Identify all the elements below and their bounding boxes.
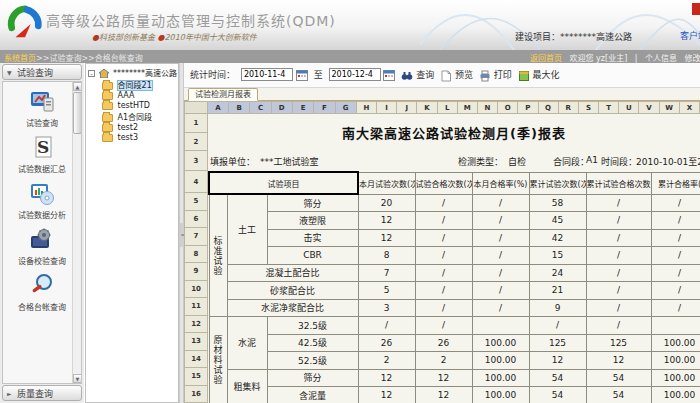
- cell[interactable]: 24: [529, 264, 586, 282]
- cell[interactable]: /: [651, 299, 700, 317]
- column-letter[interactable]: I: [377, 101, 397, 114]
- breadcrumb-home-link[interactable]: 系统首页: [4, 54, 36, 63]
- tree-item[interactable]: test3: [86, 132, 178, 142]
- item-cell[interactable]: 32.5级: [267, 317, 358, 335]
- column-letter[interactable]: P: [518, 101, 538, 114]
- row-number[interactable]: 4: [184, 171, 208, 193]
- item-cell[interactable]: 42.5级: [267, 334, 358, 352]
- cell[interactable]: /: [586, 282, 651, 300]
- subgroup-cell[interactable]: 水泥: [227, 317, 267, 370]
- item-cell[interactable]: 液塑限: [267, 212, 358, 230]
- tree-item[interactable]: AAA: [86, 90, 178, 100]
- cell[interactable]: /: [586, 264, 651, 282]
- tree-item[interactable]: testHTD: [86, 100, 178, 110]
- cell[interactable]: /: [472, 299, 529, 317]
- date-from-input[interactable]: [241, 68, 293, 81]
- cell[interactable]: 3: [358, 299, 415, 317]
- item-cell[interactable]: 52.5级: [267, 352, 358, 370]
- row-number[interactable]: 7: [184, 228, 208, 246]
- tree-root-node[interactable]: - ********高速公路: [86, 64, 178, 78]
- cell[interactable]: 100.00: [472, 369, 529, 387]
- column-letter[interactable]: M: [458, 101, 478, 114]
- header-cell[interactable]: 累计试验合格次数(次): [586, 172, 651, 194]
- cell[interactable]: /: [586, 212, 651, 230]
- column-letter[interactable]: R: [559, 101, 579, 114]
- item-cell[interactable]: 击实: [267, 229, 358, 247]
- cell[interactable]: /: [415, 282, 472, 300]
- column-letter[interactable]: C: [250, 101, 271, 114]
- cell[interactable]: 12: [358, 369, 415, 387]
- cell[interactable]: /: [651, 212, 700, 230]
- header-cell[interactable]: 累计试验次数(次): [529, 172, 586, 194]
- cell[interactable]: 100.00: [651, 387, 700, 403]
- scroll-down-icon[interactable]: ▼: [73, 374, 82, 383]
- cell[interactable]: /: [472, 247, 529, 265]
- cell[interactable]: /: [586, 229, 651, 247]
- row-number[interactable]: 3: [184, 151, 208, 171]
- cell[interactable]: 100.00: [472, 387, 529, 403]
- column-letter[interactable]: H: [357, 101, 377, 114]
- cell[interactable]: [651, 317, 700, 335]
- cell[interactable]: 54: [529, 369, 586, 387]
- header-cell[interactable]: 累计合格率(: [651, 172, 700, 194]
- collapse-icon[interactable]: -: [88, 70, 95, 77]
- item-cell[interactable]: 混凝土配合比: [227, 264, 358, 282]
- cell[interactable]: 54: [529, 387, 586, 403]
- date-to-input[interactable]: [329, 68, 381, 81]
- sidebar-item-test-data-analysis[interactable]: 试验数据分析: [10, 180, 74, 220]
- cell[interactable]: 8: [358, 247, 415, 265]
- row-number[interactable]: 1: [184, 114, 208, 133]
- column-letter[interactable]: K: [417, 101, 437, 114]
- cell[interactable]: 2: [415, 352, 472, 370]
- column-letter[interactable]: S: [579, 101, 599, 114]
- sidebar-item-test-data-summary[interactable]: S 试验数据汇总: [10, 134, 74, 174]
- cell[interactable]: /: [415, 317, 472, 335]
- accordion-header-quality-query[interactable]: ► 质量查询: [2, 385, 82, 401]
- cell[interactable]: /: [472, 212, 529, 230]
- cell[interactable]: 9: [529, 299, 586, 317]
- maximize-button[interactable]: 最大化: [518, 68, 560, 82]
- cell[interactable]: 20: [358, 194, 415, 212]
- profile-link[interactable]: 个人信息: [645, 54, 677, 63]
- row-number[interactable]: 14: [184, 351, 208, 369]
- row-number[interactable]: 9: [184, 263, 208, 281]
- tree-item[interactable]: A1合同段: [86, 110, 178, 122]
- row-number[interactable]: 5: [184, 193, 208, 211]
- header-cell-test-item[interactable]: 试验项目: [209, 172, 358, 194]
- cell[interactable]: /: [651, 247, 700, 265]
- change-password-link[interactable]: 修改密码: [685, 54, 700, 63]
- cell[interactable]: /: [651, 282, 700, 300]
- calendar-icon[interactable]: [383, 69, 395, 81]
- cell[interactable]: /: [415, 264, 472, 282]
- row-number[interactable]: 8: [184, 246, 208, 264]
- cell[interactable]: 12: [415, 369, 472, 387]
- header-cell[interactable]: 本月合格率(%): [472, 172, 529, 194]
- cell[interactable]: /: [586, 299, 651, 317]
- accordion-header-test-query[interactable]: ▼ 试验查询: [2, 64, 82, 80]
- cell[interactable]: 54: [586, 369, 651, 387]
- cell[interactable]: 58: [529, 194, 586, 212]
- cell[interactable]: 5: [358, 282, 415, 300]
- cell[interactable]: /: [415, 299, 472, 317]
- cell[interactable]: 125: [529, 334, 586, 352]
- sidebar-scrollbar[interactable]: ▲ ▼: [72, 82, 81, 383]
- cell[interactable]: [472, 317, 529, 335]
- row-number[interactable]: 15: [184, 368, 208, 386]
- column-letter[interactable]: U: [619, 101, 639, 114]
- cell[interactable]: /: [586, 194, 651, 212]
- return-home-link[interactable]: 返回首页: [530, 54, 562, 63]
- row-number[interactable]: 13: [184, 333, 208, 351]
- cell[interactable]: 12: [358, 229, 415, 247]
- group-cell[interactable]: 原材料试验: [209, 317, 227, 403]
- cell[interactable]: /: [651, 264, 700, 282]
- column-letter[interactable]: B: [229, 101, 250, 114]
- sidebar-item-equipment-check-query[interactable]: 设备校验查询: [10, 226, 74, 266]
- cell[interactable]: 12: [529, 352, 586, 370]
- cell[interactable]: 12: [358, 387, 415, 403]
- cell[interactable]: 2: [358, 352, 415, 370]
- cell[interactable]: 15: [529, 247, 586, 265]
- item-cell[interactable]: CBR: [267, 247, 358, 265]
- column-letter[interactable]: W: [660, 101, 680, 114]
- cell[interactable]: 100.00: [472, 352, 529, 370]
- cell[interactable]: /: [415, 212, 472, 230]
